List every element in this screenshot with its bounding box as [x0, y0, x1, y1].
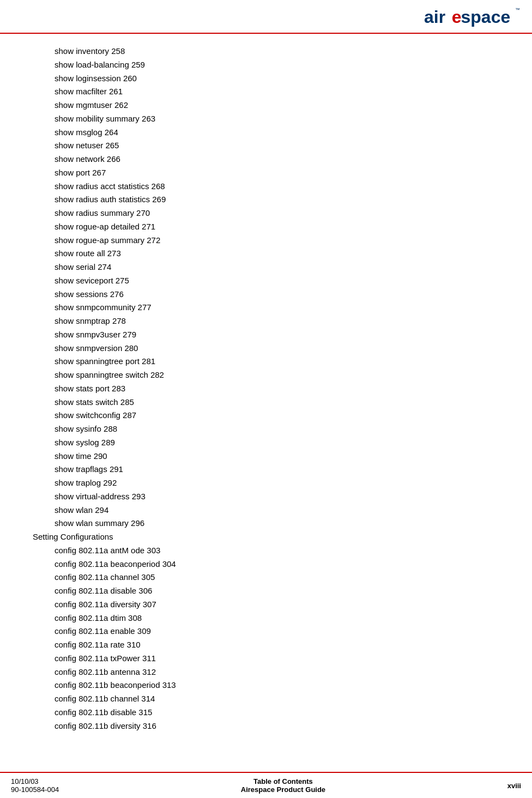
list-item: show spanningtree switch 282 — [33, 368, 499, 382]
list-item: config 802.11a disable 306 — [33, 584, 499, 598]
list-item: show port 267 — [33, 166, 499, 180]
page-footer: 10/10/03 90-100584-004 Table of Contents… — [0, 772, 532, 798]
list-item: config 802.11a beaconperiod 304 — [33, 558, 499, 571]
footer-doc-number: 90-100584-004 — [11, 785, 59, 794]
list-item: show seviceport 275 — [33, 274, 499, 288]
list-item: show spanningtree port 281 — [33, 355, 499, 368]
list-item: show stats switch 285 — [33, 396, 499, 409]
footer-date: 10/10/03 — [11, 777, 59, 785]
list-item: show time 290 — [33, 450, 499, 463]
list-item: show mgmtuser 262 — [33, 99, 499, 112]
list-item: show macfilter 261 — [33, 85, 499, 99]
list-item: config 802.11a txPower 311 — [33, 652, 499, 666]
list-item: show loginsession 260 — [33, 72, 499, 86]
list-item: show wlan summary 296 — [33, 517, 499, 530]
list-item: show syslog 289 — [33, 436, 499, 450]
list-item: config 802.11b diversity 316 — [33, 720, 499, 733]
list-item: show trapflags 291 — [33, 463, 499, 476]
list-item: show load-balancing 259 — [33, 58, 499, 72]
list-item: show traplog 292 — [33, 476, 499, 490]
list-item: show switchconfig 287 — [33, 409, 499, 422]
footer-page-number: xviii — [507, 782, 521, 790]
list-item: config 802.11b antenna 312 — [33, 666, 499, 679]
svg-text:™: ™ — [515, 7, 520, 13]
list-item: show serial 274 — [33, 261, 499, 274]
page-header: air e space ™ — [0, 0, 532, 34]
toc-list: show inventory 258show load-balancing 25… — [33, 45, 499, 733]
main-content: show inventory 258show load-balancing 25… — [0, 34, 532, 765]
list-item: show sysinfo 288 — [33, 422, 499, 436]
list-item: show virtual-address 293 — [33, 490, 499, 504]
list-item: show wlan 294 — [33, 504, 499, 517]
list-item: show radius summary 270 — [33, 207, 499, 220]
page-wrapper: air e space ™ show inventory 258show loa… — [0, 0, 532, 765]
list-item: config 802.11a rate 310 — [33, 638, 499, 652]
list-item: show netuser 265 — [33, 139, 499, 153]
logo: air e space ™ — [424, 7, 521, 28]
list-item: show mobility summary 263 — [33, 112, 499, 126]
list-item: show rogue-ap summary 272 — [33, 234, 499, 247]
logo-svg: air e space ™ — [424, 7, 521, 28]
list-item: show msglog 264 — [33, 126, 499, 140]
list-item: config 802.11a enable 309 — [33, 625, 499, 638]
list-item: show snmptrap 278 — [33, 315, 499, 328]
footer-toc-label: Table of Contents — [241, 777, 325, 785]
list-item: config 802.11b disable 315 — [33, 706, 499, 720]
list-item: show snmpversion 280 — [33, 342, 499, 355]
list-item: config 802.11a diversity 307 — [33, 598, 499, 612]
list-item: config 802.11a dtim 308 — [33, 612, 499, 625]
footer-center: Table of Contents Airespace Product Guid… — [241, 777, 325, 794]
svg-text:air: air — [424, 7, 445, 27]
footer-left: 10/10/03 90-100584-004 — [11, 777, 59, 794]
list-item: config 802.11a antM ode 303 — [33, 544, 499, 558]
footer-guide-label: Airespace Product Guide — [241, 785, 325, 794]
list-item: show inventory 258 — [33, 45, 499, 58]
svg-text:space: space — [461, 7, 511, 27]
list-item: config 802.11b beaconperiod 313 — [33, 679, 499, 692]
list-item: show sessions 276 — [33, 288, 499, 301]
svg-text:e: e — [452, 7, 462, 27]
list-item: show radius acct statistics 268 — [33, 180, 499, 194]
list-item: config 802.11a channel 305 — [33, 571, 499, 584]
list-item: show snmpcommunity 277 — [33, 301, 499, 315]
list-item: show stats port 283 — [33, 382, 499, 396]
list-item: show network 266 — [33, 153, 499, 166]
list-item: config 802.11b channel 314 — [33, 692, 499, 706]
list-item: show radius auth statistics 269 — [33, 193, 499, 207]
list-item: show rogue-ap detailed 271 — [33, 220, 499, 234]
list-item: Setting Configurations — [33, 530, 499, 544]
list-item: show snmpv3user 279 — [33, 328, 499, 342]
list-item: show route all 273 — [33, 247, 499, 261]
